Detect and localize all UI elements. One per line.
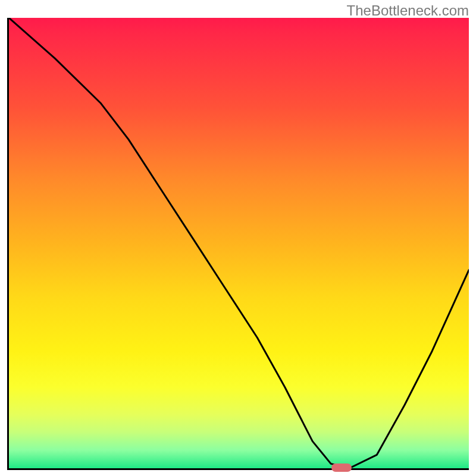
watermark-text: TheBottleneck.com <box>347 2 469 19</box>
bottleneck-curve <box>9 18 469 468</box>
optimal-marker <box>331 464 352 472</box>
plot-area <box>7 18 469 470</box>
